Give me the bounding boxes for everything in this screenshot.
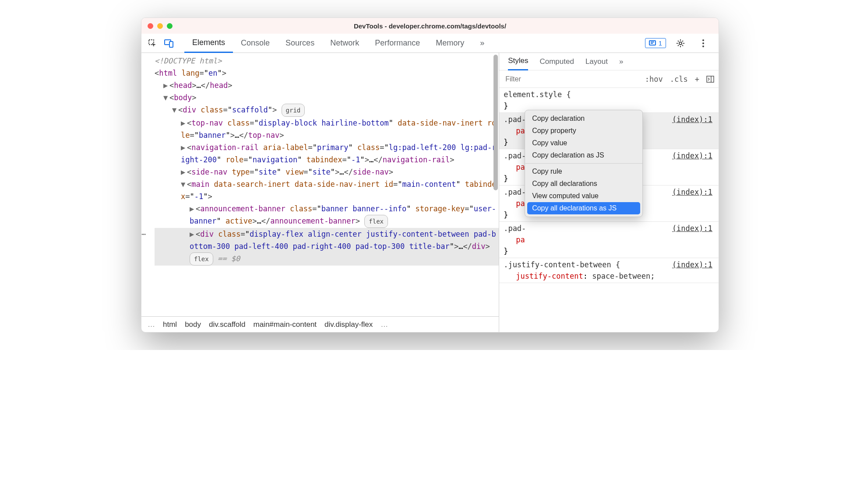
rule-source-link[interactable]: (index):1 — [672, 259, 712, 270]
filter-input[interactable] — [499, 70, 641, 88]
grid-badge[interactable]: grid — [282, 104, 305, 117]
rule-justify-content: (index):1 .justify-content-between { jus… — [499, 258, 719, 283]
tab-network[interactable]: Network — [322, 34, 367, 53]
selected-element[interactable]: ▶<div class="display-flex align-center j… — [155, 228, 499, 266]
tab-memory[interactable]: Memory — [428, 34, 472, 53]
subtab-styles[interactable]: Styles — [508, 53, 528, 70]
styles-panel: Styles Computed Layout » :hov .cls + ele… — [499, 53, 719, 332]
svg-rect-2 — [169, 42, 173, 47]
svg-point-6 — [702, 42, 704, 44]
rule-source-link[interactable]: (index):1 — [672, 223, 712, 234]
tab-sources[interactable]: Sources — [278, 34, 322, 53]
context-menu: Copy declaration Copy property Copy valu… — [525, 110, 643, 217]
ctx-view-computed-value[interactable]: View computed value — [525, 190, 642, 202]
svg-point-4 — [679, 42, 682, 45]
styles-subtabs: Styles Computed Layout » — [499, 53, 719, 70]
devtools-window: DevTools - developer.chrome.com/tags/dev… — [141, 18, 719, 332]
breadcrumb-item[interactable]: div.display-flex — [324, 318, 373, 331]
issues-badge[interactable]: 1 — [645, 38, 666, 48]
cls-button[interactable]: .cls — [670, 75, 688, 84]
breadcrumb-item[interactable]: body — [185, 318, 201, 331]
filter-row: :hov .cls + — [499, 70, 719, 88]
rule-source-link[interactable]: (index):1 — [672, 150, 712, 161]
scrollbar[interactable] — [493, 55, 498, 190]
main-split: <!DOCTYPE html> <html lang="en"> ▶<head>… — [141, 53, 719, 332]
svg-point-7 — [702, 46, 704, 47]
ctx-copy-value[interactable]: Copy value — [525, 137, 642, 149]
ctx-copy-rule[interactable]: Copy rule — [525, 165, 642, 178]
gear-icon[interactable] — [672, 34, 689, 53]
hov-button[interactable]: :hov — [645, 75, 663, 84]
subtab-layout[interactable]: Layout — [585, 57, 608, 66]
breadcrumb-overflow-left[interactable]: … — [148, 318, 155, 331]
breadcrumb-item[interactable]: html — [163, 318, 177, 331]
ctx-copy-all-declarations-as-js[interactable]: Copy all declarations as JS — [527, 202, 640, 214]
elements-panel: <!DOCTYPE html> <html lang="en"> ▶<head>… — [141, 53, 499, 332]
ctx-copy-all-declarations[interactable]: Copy all declarations — [525, 178, 642, 190]
breadcrumb[interactable]: … html body div.scaffold main#main-conte… — [141, 316, 499, 332]
svg-rect-8 — [707, 76, 714, 82]
subtab-computed[interactable]: Computed — [539, 57, 574, 66]
rule-pad-truncated: (index):1 .pad- pa } — [499, 222, 719, 258]
tab-performance[interactable]: Performance — [367, 34, 428, 53]
flex-badge[interactable]: flex — [364, 215, 388, 228]
panel-tabs: Elements Console Sources Network Perform… — [184, 34, 492, 53]
tab-console[interactable]: Console — [233, 34, 278, 53]
device-toggle-icon[interactable] — [161, 34, 177, 53]
main-toolbar: Elements Console Sources Network Perform… — [141, 34, 719, 53]
dollar-0: == $0 — [218, 254, 240, 263]
inspect-element-icon[interactable] — [144, 34, 161, 53]
rule-source-link[interactable]: (index):1 — [672, 186, 712, 198]
new-rule-button[interactable]: + — [695, 75, 699, 84]
ctx-copy-declaration-as-js[interactable]: Copy declaration as JS — [525, 149, 642, 161]
issues-count: 1 — [659, 39, 662, 47]
window-title: DevTools - developer.chrome.com/tags/dev… — [141, 22, 719, 30]
rule-element-style: element.style { } — [499, 88, 719, 113]
svg-point-5 — [702, 39, 704, 41]
subtabs-overflow[interactable]: » — [619, 57, 623, 66]
kebab-menu-icon[interactable] — [695, 34, 712, 53]
ctx-copy-property[interactable]: Copy property — [525, 125, 642, 137]
tabs-overflow[interactable]: » — [472, 34, 492, 53]
tab-elements[interactable]: Elements — [184, 34, 233, 53]
sidebar-toggle-icon[interactable] — [706, 76, 714, 83]
ctx-copy-declaration[interactable]: Copy declaration — [525, 112, 642, 125]
flex-badge-2[interactable]: flex — [190, 252, 213, 266]
dom-tree[interactable]: <!DOCTYPE html> <html lang="en"> ▶<head>… — [141, 53, 499, 316]
ctx-separator — [525, 163, 642, 164]
rule-source-link[interactable]: (index):1 — [672, 114, 712, 125]
titlebar: DevTools - developer.chrome.com/tags/dev… — [141, 18, 719, 34]
breadcrumb-item[interactable]: main#main-content — [253, 318, 317, 331]
breadcrumb-overflow-right[interactable]: … — [381, 318, 388, 331]
doctype: <!DOCTYPE html> — [155, 56, 222, 65]
breadcrumb-item[interactable]: div.scaffold — [209, 318, 245, 331]
